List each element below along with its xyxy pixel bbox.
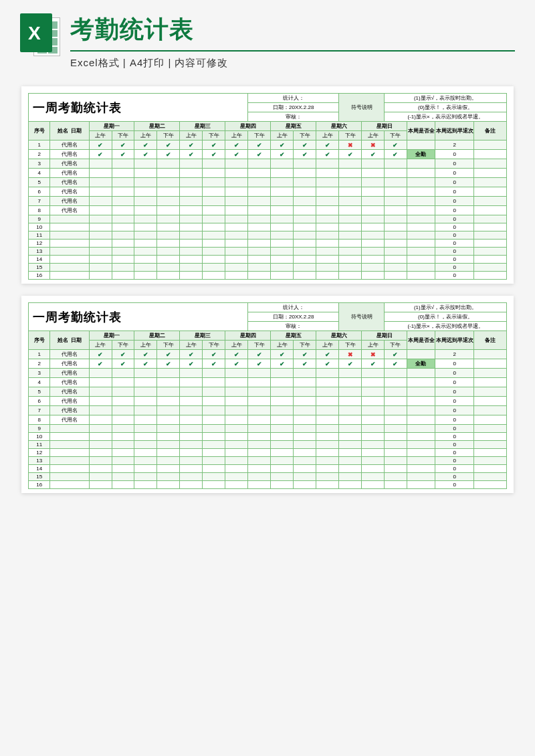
- cell-mark: [316, 169, 339, 178]
- cell-mark: [225, 433, 248, 441]
- cell-remark: [474, 481, 507, 489]
- cell-mark: [180, 387, 203, 397]
- cell-full: [407, 206, 435, 215]
- cell-mark: [225, 397, 248, 406]
- cell-mark: [385, 441, 407, 449]
- cell-mark: ✔: [385, 150, 407, 159]
- cell-seq: 11: [29, 231, 50, 240]
- cell-mark: [134, 473, 157, 481]
- cell-mark: [339, 169, 362, 178]
- audit-field: 审核：: [248, 112, 339, 122]
- cell-seq: 6: [29, 187, 50, 197]
- cell-name: 代用名: [50, 197, 89, 206]
- sheet-title: 一周考勤统计表: [29, 94, 248, 122]
- attendance-table: 一周考勤统计表统计人：符号说明(1)显示√，表示按时出勤。日期：20XX.2.2…: [28, 93, 507, 280]
- cell-mark: [225, 169, 248, 178]
- cell-mark: [157, 441, 180, 449]
- cell-late: 0: [435, 248, 474, 256]
- cell-late: 0: [435, 231, 474, 240]
- cell-mark: [271, 465, 294, 473]
- cell-mark: [248, 159, 271, 169]
- cell-name: [50, 248, 89, 256]
- cell-mark: [316, 415, 339, 425]
- cell-late: 0: [435, 415, 474, 425]
- cell-mark: [316, 406, 339, 415]
- cell-mark: [225, 206, 248, 215]
- cell-mark: [339, 206, 362, 215]
- cell-mark: ✔: [112, 150, 134, 159]
- col-pm-2: 下午: [203, 131, 225, 140]
- cell-mark: [225, 369, 248, 378]
- cell-mark: [248, 223, 271, 231]
- cell-mark: [180, 481, 203, 489]
- col-pm-0: 下午: [112, 341, 134, 350]
- cell-mark: [89, 378, 112, 387]
- cell-mark: [294, 441, 316, 449]
- cell-mark: [339, 159, 362, 169]
- cell-mark: [225, 223, 248, 231]
- cell-full: [407, 178, 435, 187]
- cell-seq: 7: [29, 197, 50, 206]
- cell-full: [407, 272, 435, 280]
- cell-name: 代用名: [50, 187, 89, 197]
- cell-mark: [385, 159, 407, 169]
- legend-2: (0)显示！，表示请假。: [385, 103, 507, 112]
- cell-mark: ✔: [271, 350, 294, 359]
- cell-mark: [180, 206, 203, 215]
- cell-mark: [339, 441, 362, 449]
- cell-mark: ✔: [134, 150, 157, 159]
- col-day-5: 星期六: [316, 331, 362, 341]
- col-pm-3: 下午: [248, 341, 271, 350]
- cell-mark: [316, 240, 339, 248]
- cell-mark: [385, 169, 407, 178]
- col-am-6: 上午: [362, 341, 385, 350]
- cell-mark: [134, 215, 157, 223]
- cell-name: 代用名: [50, 406, 89, 415]
- col-am-5: 上午: [316, 131, 339, 140]
- cell-full: [407, 231, 435, 240]
- cell-mark: [89, 159, 112, 169]
- col-am-1: 上午: [134, 131, 157, 140]
- cell-mark: [157, 457, 180, 465]
- table-row: 130: [29, 457, 507, 465]
- cell-remark: [474, 406, 507, 415]
- cell-mark: [362, 481, 385, 489]
- cell-mark: [294, 425, 316, 433]
- cell-mark: [271, 231, 294, 240]
- cell-mark: ✔: [316, 350, 339, 359]
- cell-remark: [474, 369, 507, 378]
- cell-mark: [362, 425, 385, 433]
- cell-mark: [362, 206, 385, 215]
- cell-mark: [134, 457, 157, 465]
- attendance-table: 一周考勤统计表统计人：符号说明(1)显示√，表示按时出勤。日期：20XX.2.2…: [28, 302, 507, 489]
- cell-mark: [316, 473, 339, 481]
- cell-mark: [203, 159, 225, 169]
- cell-mark: ✖: [339, 350, 362, 359]
- cell-mark: [248, 187, 271, 197]
- cell-remark: [474, 449, 507, 457]
- cell-mark: [339, 240, 362, 248]
- cell-mark: [248, 178, 271, 187]
- cell-mark: ✔: [225, 350, 248, 359]
- table-row: 160: [29, 481, 507, 489]
- cell-mark: ✔: [112, 140, 134, 150]
- cell-full: [407, 433, 435, 441]
- cell-name: [50, 240, 89, 248]
- cell-mark: [225, 457, 248, 465]
- cell-mark: [180, 197, 203, 206]
- table-row: 100: [29, 433, 507, 441]
- cell-mark: [225, 248, 248, 256]
- cell-mark: [271, 197, 294, 206]
- cell-mark: [203, 178, 225, 187]
- cell-mark: ✖: [362, 350, 385, 359]
- cell-mark: [225, 231, 248, 240]
- table-row: 5代用名0: [29, 178, 507, 187]
- table-row: 110: [29, 441, 507, 449]
- col-pm-0: 下午: [112, 131, 134, 140]
- cell-mark: [180, 256, 203, 264]
- cell-mark: [294, 206, 316, 215]
- cell-mark: ✔: [385, 140, 407, 150]
- cell-mark: [112, 397, 134, 406]
- cell-mark: ✔: [203, 150, 225, 159]
- cell-mark: [89, 231, 112, 240]
